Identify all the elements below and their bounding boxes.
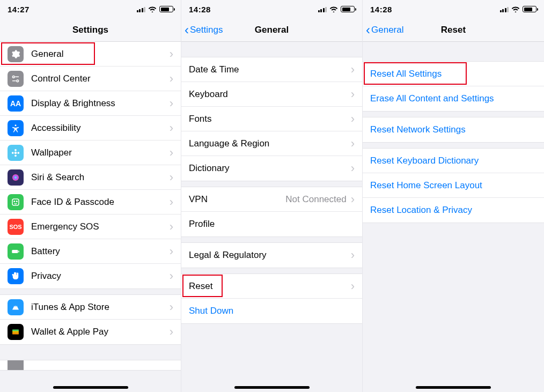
row-vpn[interactable]: VPNNot Connected› <box>181 187 362 212</box>
row-itunes-app-store[interactable]: iTunes & App Store› <box>0 295 181 320</box>
page-title: General <box>255 25 289 35</box>
row-general[interactable]: General› <box>0 42 181 66</box>
row-label: Reset All Settings <box>370 69 536 79</box>
battery-icon <box>341 6 355 12</box>
settings-group: Reset Keyboard Dictionary›Reset Home Scr… <box>363 148 544 223</box>
row-label: Keyboard <box>189 89 350 100</box>
row-reset-keyboard-dictionary[interactable]: Reset Keyboard Dictionary› <box>363 149 544 173</box>
row-label: Shut Down <box>189 306 355 316</box>
row-label: Control Center <box>31 73 168 84</box>
row-label: Legal & Regulatory <box>189 250 350 261</box>
row-emergency-sos[interactable]: SOSEmergency SOS› <box>0 215 181 239</box>
svg-rect-18 <box>12 333 19 335</box>
screen-settings: 14:27 Settings General›Control Center›AA… <box>0 0 181 392</box>
row-label: Language & Region <box>189 138 350 149</box>
nav-header: ‹ General Reset <box>363 18 544 42</box>
row-profile[interactable]: Profile› <box>181 212 362 236</box>
row-label: Emergency SOS <box>31 221 168 232</box>
row-label: General <box>31 49 168 60</box>
row-partial[interactable] <box>0 360 181 370</box>
row-reset[interactable]: Reset› <box>181 274 362 299</box>
wifi-icon <box>511 6 520 12</box>
row-face-id-passcode[interactable]: Face ID & Passcode› <box>0 190 181 215</box>
home-indicator[interactable] <box>234 386 310 389</box>
back-button[interactable]: ‹ General <box>366 18 403 41</box>
svg-rect-17 <box>12 331 19 333</box>
row-display-brightness[interactable]: AADisplay & Brightness› <box>0 91 181 116</box>
svg-point-4 <box>15 124 17 126</box>
home-indicator[interactable] <box>416 386 491 389</box>
gear-icon <box>8 46 24 62</box>
back-label: General <box>371 25 403 35</box>
home-indicator[interactable] <box>53 386 128 389</box>
svg-point-5 <box>14 151 17 154</box>
svg-point-9 <box>17 152 19 154</box>
chevron-right-icon: › <box>351 194 355 205</box>
nav-header: Settings <box>0 18 181 42</box>
row-reset-home-screen-layout[interactable]: Reset Home Screen Layout› <box>363 173 544 198</box>
row-control-center[interactable]: Control Center› <box>0 66 181 91</box>
row-wallet-apple-pay[interactable]: Wallet & Apple Pay› <box>0 320 181 344</box>
row-label: iTunes & App Store <box>31 302 168 313</box>
row-reset-location-privacy[interactable]: Reset Location & Privacy› <box>363 198 544 223</box>
gear-icon <box>8 360 24 370</box>
svg-rect-14 <box>12 250 18 253</box>
screen-general: 14:28 ‹ Settings General Date & Time›Key… <box>181 0 363 392</box>
status-bar: 14:28 <box>363 0 544 18</box>
battery-icon <box>523 6 536 12</box>
row-date-time[interactable]: Date & Time› <box>181 57 362 82</box>
row-label: Wallet & Apple Pay <box>31 327 168 337</box>
chevron-right-icon: › <box>170 301 173 313</box>
svg-point-6 <box>14 149 17 151</box>
svg-point-7 <box>14 154 17 157</box>
chevron-right-icon: › <box>351 113 355 125</box>
settings-group-partial <box>0 360 181 371</box>
status-bar: 14:28 <box>181 0 362 18</box>
status-time: 14:28 <box>189 5 211 14</box>
page-title: Settings <box>72 25 108 35</box>
settings-list[interactable]: General›Control Center›AADisplay & Brigh… <box>0 42 181 392</box>
row-label: Dictionary <box>189 163 350 174</box>
settings-group: Legal & Regulatory› <box>181 242 362 268</box>
row-reset-all-settings[interactable]: Reset All Settings› <box>363 62 544 86</box>
general-list[interactable]: Date & Time›Keyboard›Fonts›Language & Re… <box>181 42 362 392</box>
row-fonts[interactable]: Fonts› <box>181 107 362 131</box>
sos-icon: SOS <box>8 219 24 235</box>
svg-point-12 <box>14 201 15 202</box>
three-screens-container: 14:27 Settings General›Control Center›AA… <box>0 0 544 392</box>
aa-icon: AA <box>8 95 24 112</box>
back-label: Settings <box>190 25 223 35</box>
row-label: Wallpaper <box>31 147 168 158</box>
svg-rect-11 <box>12 199 19 205</box>
row-reset-network-settings[interactable]: Reset Network Settings› <box>363 117 544 142</box>
row-label: Accessibility <box>31 123 168 134</box>
settings-group: Reset Network Settings› <box>363 117 544 143</box>
row-keyboard[interactable]: Keyboard› <box>181 82 362 107</box>
siri-icon <box>8 169 24 186</box>
status-time: 14:28 <box>370 5 392 14</box>
row-dictionary[interactable]: Dictionary› <box>181 156 362 181</box>
back-button[interactable]: ‹ Settings <box>185 18 223 41</box>
settings-group: Reset›Shut Down› <box>181 273 362 324</box>
row-wallpaper[interactable]: Wallpaper› <box>0 140 181 165</box>
chevron-right-icon: › <box>170 73 173 85</box>
row-label: Date & Time <box>189 64 350 75</box>
row-detail: Not Connected <box>285 194 346 205</box>
chevron-right-icon: › <box>170 122 173 134</box>
row-privacy[interactable]: Privacy› <box>0 264 181 289</box>
row-accessibility[interactable]: Accessibility› <box>0 116 181 140</box>
row-label: Battery <box>31 246 168 257</box>
svg-point-13 <box>17 201 18 202</box>
row-siri-search[interactable]: Siri & Search› <box>0 165 181 190</box>
row-language-region[interactable]: Language & Region› <box>181 131 362 156</box>
row-battery[interactable]: Battery› <box>0 239 181 264</box>
chevron-right-icon: › <box>170 147 173 159</box>
reset-list[interactable]: Reset All Settings›Erase All Content and… <box>363 42 544 392</box>
settings-group: Date & Time›Keyboard›Fonts›Language & Re… <box>181 57 362 181</box>
row-legal-regulatory[interactable]: Legal & Regulatory› <box>181 243 362 268</box>
row-erase-all-content-and-settings[interactable]: Erase All Content and Settings› <box>363 86 544 111</box>
row-label: Reset Location & Privacy <box>370 205 536 216</box>
battery-icon <box>159 6 173 12</box>
svg-rect-15 <box>18 250 19 252</box>
row-shut-down[interactable]: Shut Down› <box>181 299 362 323</box>
